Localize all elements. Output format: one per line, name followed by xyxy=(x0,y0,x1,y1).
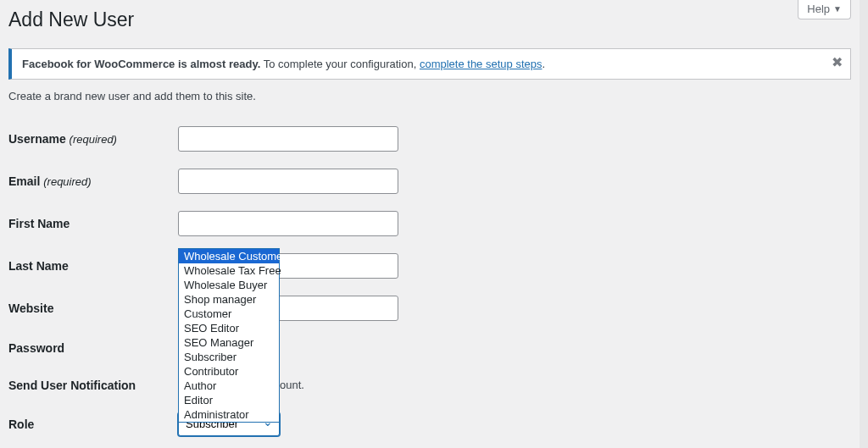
email-label-text: Email xyxy=(8,174,40,188)
notice-dismiss-button[interactable]: ✖ xyxy=(828,54,845,71)
woocommerce-setup-notice: Facebook for WooCommerce is almost ready… xyxy=(8,48,851,80)
role-option[interactable]: Subscriber xyxy=(179,350,279,364)
role-option[interactable]: SEO Manager xyxy=(179,335,279,350)
role-option[interactable]: Contributor xyxy=(179,364,279,379)
role-option[interactable]: Wholesale Tax Free xyxy=(179,263,279,278)
email-required-hint: (required) xyxy=(43,175,91,188)
email-label: Email (required) xyxy=(8,160,178,202)
role-option[interactable]: Wholesale Buyer xyxy=(179,278,279,292)
close-icon: ✖ xyxy=(832,54,843,70)
role-option[interactable]: Shop manager xyxy=(179,292,279,307)
username-input[interactable] xyxy=(178,126,398,152)
role-option[interactable]: Wholesale Customer xyxy=(179,249,279,263)
role-option[interactable]: SEO Editor xyxy=(179,321,279,335)
website-label: Website xyxy=(8,287,178,329)
notice-strong: Facebook for WooCommerce is almost ready… xyxy=(22,58,260,70)
help-toggle[interactable]: Help ▼ xyxy=(798,0,851,19)
email-input[interactable] xyxy=(178,169,398,194)
username-label-text: Username xyxy=(8,132,66,146)
help-toggle-label: Help xyxy=(807,3,830,15)
role-option[interactable]: Author xyxy=(179,379,279,393)
first-name-input[interactable] xyxy=(178,211,398,236)
role-option[interactable]: Editor xyxy=(179,393,279,407)
notice-tail: To complete your configuration, xyxy=(260,58,420,70)
page-title: Add New User xyxy=(8,0,851,36)
first-name-label: First Name xyxy=(8,202,178,245)
last-name-label: Last Name xyxy=(8,245,178,287)
password-label: Password xyxy=(8,329,178,367)
username-required-hint: (required) xyxy=(70,133,117,146)
notice-period: . xyxy=(542,58,545,70)
role-option[interactable]: Administrator xyxy=(179,407,279,422)
role-label: Role xyxy=(8,404,178,445)
send-notification-label: Send User Notification xyxy=(8,367,178,404)
role-dropdown-list[interactable]: Wholesale CustomerWholesale Tax FreeWhol… xyxy=(178,248,280,423)
notice-setup-link[interactable]: complete the setup steps xyxy=(420,58,542,70)
role-option[interactable]: Customer xyxy=(179,307,279,321)
username-label: Username (required) xyxy=(8,118,178,160)
page-intro: Create a brand new user and add them to … xyxy=(8,90,851,102)
caret-down-icon: ▼ xyxy=(833,5,842,14)
